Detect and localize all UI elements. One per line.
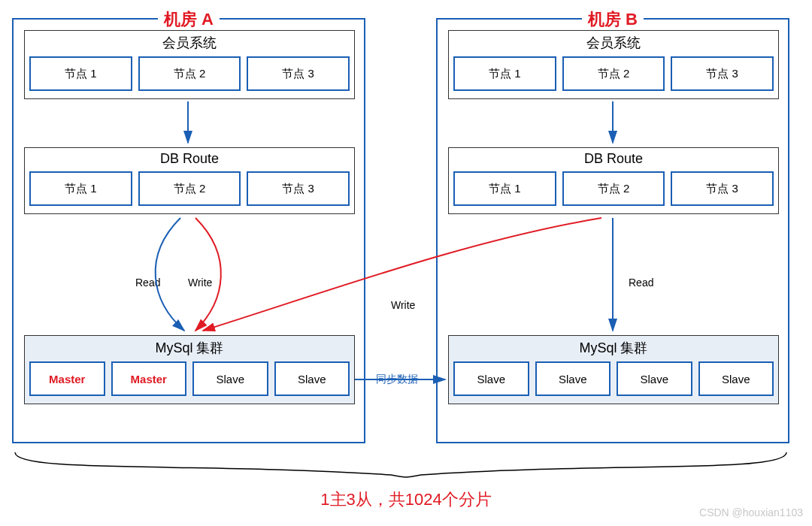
dc-a-dbroute-node: 节点 1 (29, 171, 132, 206)
dc-a-member: 会员系统 节点 1 节点 2 节点 3 (24, 30, 355, 99)
dc-a-member-title: 会员系统 (25, 31, 354, 56)
dc-b-mysql-node-slave: Slave (617, 361, 692, 396)
dc-b-mysql-node-slave: Slave (453, 361, 529, 396)
caption: 1主3从，共1024个分片 (320, 488, 491, 511)
dc-b-mysql: MySql 集群 Slave Slave Slave Slave (448, 335, 779, 404)
dc-a-read-label: Read (135, 277, 160, 289)
dc-b-write-label: Write (391, 299, 415, 311)
dc-b-dbroute-title: DB Route (449, 148, 778, 171)
dc-b-member-node: 节点 1 (453, 56, 556, 91)
brace (15, 452, 786, 477)
datacenter-a: 机房 A 会员系统 节点 1 节点 2 节点 3 DB Route 节点 1 节… (12, 18, 365, 443)
datacenter-b: 机房 B 会员系统 节点 1 节点 2 节点 3 DB Route 节点 1 节… (436, 18, 789, 443)
dc-a-member-node: 节点 2 (138, 56, 241, 91)
dc-a-member-node: 节点 3 (247, 56, 350, 91)
dc-a-mysql: MySql 集群 Master Master Slave Slave (24, 335, 355, 404)
dc-a-dbroute-title: DB Route (25, 148, 354, 171)
dc-a-mysql-node-master: Master (29, 361, 105, 396)
dc-b-member-node: 节点 2 (562, 56, 665, 91)
dc-a-member-node: 节点 1 (29, 56, 132, 91)
dc-b-mysql-node-slave: Slave (698, 361, 774, 396)
dc-b-dbroute-node: 节点 2 (562, 171, 665, 206)
watermark: CSDN @houxian1103 (699, 506, 803, 518)
dc-b-member: 会员系统 节点 1 节点 2 节点 3 (448, 30, 779, 99)
dc-a-mysql-node-slave: Slave (274, 361, 350, 396)
dc-a-mysql-node-slave: Slave (192, 361, 268, 396)
dc-a-mysql-node-master: Master (111, 361, 187, 396)
dc-b-dbroute-node: 节点 3 (671, 171, 774, 206)
dc-b-member-title: 会员系统 (449, 31, 778, 56)
dc-b-title: 机房 B (582, 8, 644, 31)
dc-b-dbroute-node: 节点 1 (453, 171, 556, 206)
dc-a-dbroute-node: 节点 3 (247, 171, 350, 206)
dc-a-mysql-title: MySql 集群 (25, 336, 354, 361)
dc-b-dbroute: DB Route 节点 1 节点 2 节点 3 (448, 147, 779, 214)
dc-b-mysql-title: MySql 集群 (449, 336, 778, 361)
sync-label: 同步数据 (376, 373, 418, 386)
dc-b-member-node: 节点 3 (671, 56, 774, 91)
dc-a-dbroute: DB Route 节点 1 节点 2 节点 3 (24, 147, 355, 214)
dc-a-dbroute-node: 节点 2 (138, 171, 241, 206)
dc-a-title: 机房 A (158, 8, 220, 31)
dc-a-write-label: Write (188, 277, 212, 289)
dc-b-read-label: Read (629, 277, 653, 289)
dc-b-mysql-node-slave: Slave (535, 361, 611, 396)
